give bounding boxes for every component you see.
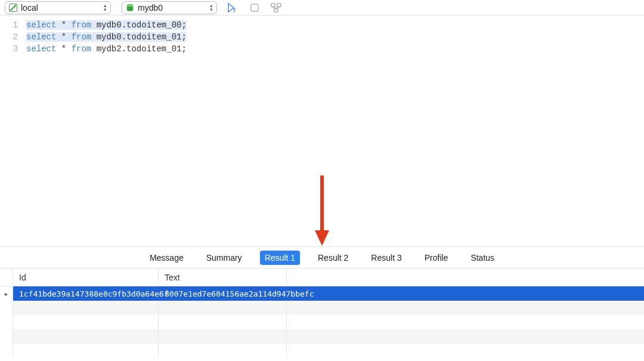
- schema-label: mydb0: [138, 3, 163, 13]
- code-text[interactable]: select * from mydb2.todoitem_01;: [26, 43, 187, 55]
- code-text[interactable]: select * from mydb0.todoitem_01;: [26, 31, 187, 43]
- row-handle: [0, 301, 13, 315]
- line-number: 2: [0, 31, 26, 43]
- stepper-icon: ▴▾: [104, 4, 107, 12]
- tab-message[interactable]: Message: [145, 251, 188, 265]
- connection-icon: [9, 4, 17, 12]
- code-line[interactable]: 2select * from mydb0.todoitem_01;: [0, 31, 644, 43]
- tab-result3[interactable]: Result 3: [366, 251, 406, 265]
- row-handle: [0, 315, 13, 329]
- svg-rect-4: [271, 4, 275, 7]
- row-handle: [0, 329, 13, 344]
- cell-text[interactable]: 8007e1ed7e604156ae2a114d947bbefc: [159, 286, 287, 301]
- sql-editor[interactable]: 1select * from mydb0.todoitem_00;2select…: [0, 16, 644, 247]
- stepper-icon: ▴▾: [210, 4, 213, 12]
- line-number: 1: [0, 19, 26, 31]
- column-header-empty: [287, 269, 644, 286]
- table-row-empty: [0, 315, 644, 329]
- tab-status[interactable]: Status: [466, 251, 499, 265]
- cell-id[interactable]: 1cf41bde39a147388e0c9fb3d0a64e6f: [13, 286, 159, 301]
- stop-icon[interactable]: [249, 2, 260, 13]
- row-handle: [0, 344, 13, 358]
- column-header-text[interactable]: Text: [159, 269, 287, 286]
- row-handle[interactable]: ▸: [0, 286, 13, 301]
- code-line[interactable]: 3select * from mydb2.todoitem_01;: [0, 43, 644, 55]
- column-header-id[interactable]: Id: [13, 269, 159, 286]
- tab-profile[interactable]: Profile: [420, 251, 453, 265]
- svg-point-2: [127, 4, 133, 7]
- grid-header: Id Text: [0, 269, 644, 286]
- row-handle-header: [0, 269, 13, 286]
- tab-result1[interactable]: Result 1: [260, 251, 300, 265]
- result-tabs: Message Summary Result 1 Result 2 Result…: [0, 247, 644, 269]
- svg-marker-8: [315, 230, 329, 246]
- toolbar: local ▴▾ mydb0 ▴▾: [0, 0, 644, 16]
- cell-empty: [287, 286, 644, 301]
- svg-rect-3: [251, 4, 258, 11]
- connection-label: local: [21, 3, 38, 13]
- tab-result2[interactable]: Result 2: [313, 251, 353, 265]
- result-grid[interactable]: Id Text ▸ 1cf41bde39a147388e0c9fb3d0a64e…: [0, 269, 644, 361]
- code-text[interactable]: select * from mydb0.todoitem_00;: [26, 19, 187, 31]
- svg-rect-5: [277, 4, 281, 7]
- table-row-empty: [0, 301, 644, 315]
- svg-rect-6: [274, 9, 278, 12]
- line-number: 3: [0, 43, 26, 55]
- table-row[interactable]: ▸ 1cf41bde39a147388e0c9fb3d0a64e6f 8007e…: [0, 286, 644, 301]
- explain-plan-icon[interactable]: [271, 2, 281, 13]
- schema-select[interactable]: mydb0 ▴▾: [122, 1, 217, 14]
- code-line[interactable]: 1select * from mydb0.todoitem_00;: [0, 19, 644, 31]
- database-icon: [126, 4, 134, 12]
- tab-summary[interactable]: Summary: [202, 251, 247, 265]
- run-query-icon[interactable]: [228, 2, 239, 13]
- annotation-arrow: [313, 175, 331, 247]
- table-row-empty: [0, 329, 644, 344]
- connection-select[interactable]: local ▴▾: [5, 1, 111, 14]
- table-row-empty: [0, 344, 644, 358]
- toolbar-actions: [228, 2, 281, 13]
